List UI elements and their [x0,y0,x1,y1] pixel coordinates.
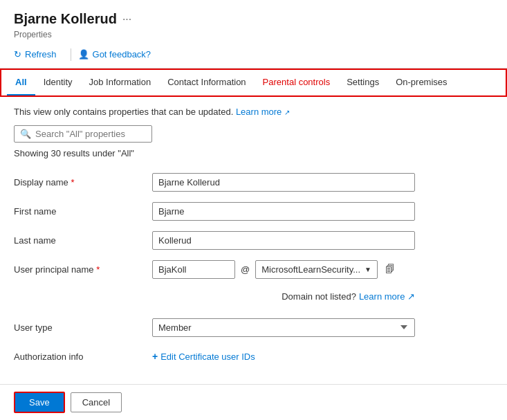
header: Bjarne Kollerud ··· Properties ↻ Refresh… [0,0,507,69]
header-title-row: Bjarne Kollerud ··· [14,11,493,27]
form-row-last-name: Last name [14,228,493,253]
last-name-input[interactable] [152,231,415,250]
required-star-upn: * [96,264,100,275]
upn-label: User principal name * [14,264,152,275]
toolbar-divider [71,48,71,61]
tabs-row: All Identity Job Information Contact Inf… [0,69,507,97]
display-name-label: Display name * [14,177,152,188]
form-row-user-type: User type Member Guest [14,315,493,340]
user-type-select[interactable]: Member Guest [152,318,415,337]
page-wrapper: Bjarne Kollerud ··· Properties ↻ Refresh… [0,0,507,420]
domain-not-listed-text: Domain not listed? Learn more ↗ [152,291,415,302]
tab-job-information[interactable]: Job Information [81,70,160,95]
tab-contact-information[interactable]: Contact Information [159,70,254,95]
feedback-button[interactable]: 👤 Got feedback? [78,46,158,62]
first-name-control [152,202,415,221]
upn-control: @ MicrosoftLearnSecurity... ▼ 🗐 [152,260,415,279]
tab-identity[interactable]: Identity [35,70,81,95]
footer: Save Cancel [0,384,507,420]
feedback-label: Got feedback? [93,49,151,60]
display-name-control [152,173,415,192]
cancel-button[interactable]: Cancel [71,392,122,412]
required-star: * [71,177,74,188]
domain-learn-more-link[interactable]: Learn more ↗ [359,291,415,302]
edit-certificate-label: Edit Certificate user IDs [160,351,255,362]
refresh-button[interactable]: ↻ Refresh [14,46,64,62]
toolbar: ↻ Refresh 👤 Got feedback? [14,46,493,68]
last-name-control [152,231,415,250]
auth-info-control: + Edit Certificate user IDs [152,351,415,362]
domain-value: MicrosoftLearnSecurity... [261,264,360,275]
domain-dropdown[interactable]: MicrosoftLearnSecurity... ▼ [255,260,378,279]
tab-all[interactable]: All [7,70,35,95]
page-subtitle: Properties [14,30,493,39]
chevron-down-icon: ▼ [365,266,371,273]
plus-icon: + [152,351,158,362]
first-name-input[interactable] [152,202,415,221]
results-text: Showing 30 results under "All" [14,148,493,158]
tab-on-premises[interactable]: On-premises [387,70,455,95]
external-link-icon-2: ↗ [407,291,415,302]
display-name-input[interactable] [152,173,415,192]
domain-not-listed-row: Domain not listed? Learn more ↗ [14,286,493,311]
form-row-display-name: Display name * [14,170,493,194]
external-link-icon: ↗ [284,109,290,116]
info-text: This view only contains properties that … [14,107,493,117]
content-area: This view only contains properties that … [0,97,507,384]
at-symbol: @ [238,264,252,275]
user-type-control: Member Guest [152,318,415,337]
upn-row: @ MicrosoftLearnSecurity... ▼ 🗐 [152,260,415,279]
last-name-label: Last name [14,235,152,246]
copy-button[interactable]: 🗐 [380,260,400,278]
refresh-icon: ↻ [14,49,21,60]
edit-certificate-button[interactable]: + Edit Certificate user IDs [152,351,255,362]
first-name-label: First name [14,206,152,217]
search-box: 🔍 [14,125,152,143]
learn-more-link[interactable]: Learn more ↗ [236,107,290,117]
form-section: Display name * First name Last name [14,170,493,373]
auth-info-label: Authorization info [14,351,152,362]
refresh-label: Refresh [25,49,57,60]
tab-parental-controls[interactable]: Parental controls [255,70,339,95]
form-row-first-name: First name [14,199,493,223]
tab-settings[interactable]: Settings [338,70,387,95]
form-row-auth-info: Authorization info + Edit Certificate us… [14,344,493,369]
page-title: Bjarne Kollerud [14,11,117,27]
search-icon: 🔍 [20,129,31,139]
upn-username-input[interactable] [152,260,235,279]
save-button[interactable]: Save [14,392,65,413]
search-input[interactable] [35,129,146,139]
form-row-upn: User principal name * @ MicrosoftLearnSe… [14,257,493,282]
feedback-icon: 👤 [78,49,89,60]
ellipsis-menu[interactable]: ··· [122,13,131,26]
user-type-label: User type [14,322,152,333]
